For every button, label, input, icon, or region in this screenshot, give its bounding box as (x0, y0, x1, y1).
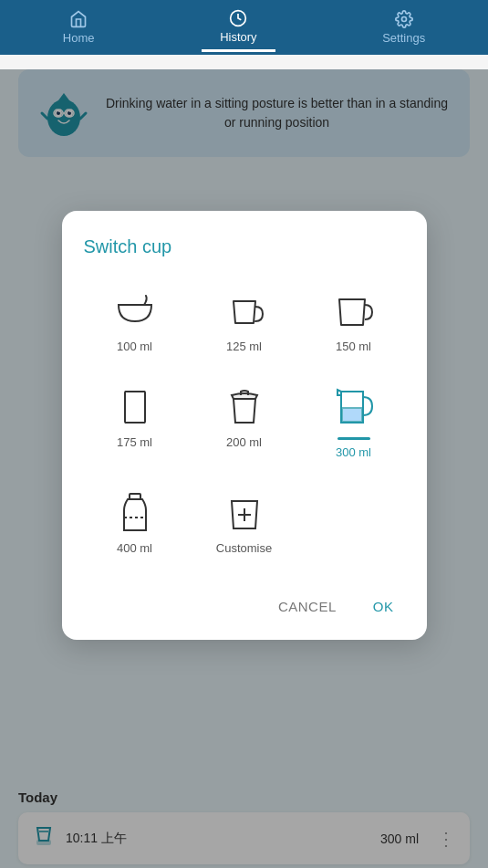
svg-point-1 (401, 17, 406, 22)
cup-item-100ml[interactable]: 100 ml (84, 279, 186, 361)
cup-icon-175ml (111, 382, 159, 430)
selected-indicator (337, 437, 370, 440)
cup-icon-125ml (221, 287, 268, 334)
nav-history[interactable]: History (202, 4, 275, 52)
nav-home-label: Home (63, 31, 95, 45)
svg-rect-15 (125, 392, 145, 423)
nav-home[interactable]: Home (45, 5, 113, 50)
switch-cup-dialog: Switch cup 100 ml (62, 211, 427, 640)
cup-item-300ml[interactable]: 300 ml (303, 375, 405, 466)
ok-button[interactable]: OK (362, 591, 405, 622)
cup-icon-300ml (330, 382, 378, 430)
dialog-actions: CANCEL OK (84, 584, 405, 622)
cup-item-customise[interactable]: Customise (193, 481, 296, 562)
nav-settings-label: Settings (382, 31, 425, 45)
cup-item-200ml[interactable]: 200 ml (193, 375, 296, 466)
background-content: Drinking water in a sitting posture is b… (0, 69, 488, 868)
dialog-title: Switch cup (84, 236, 405, 257)
cup-label-175ml: 175 ml (117, 435, 152, 449)
cup-item-125ml[interactable]: 125 ml (193, 279, 296, 361)
cup-label-customise: Customise (216, 541, 272, 555)
nav-history-label: History (220, 30, 256, 44)
cup-label-100ml: 100 ml (117, 340, 152, 353)
cup-icon-customise (221, 488, 268, 536)
cup-icon-400ml (111, 488, 159, 536)
nav-settings[interactable]: Settings (364, 5, 443, 50)
cup-icon-100ml (111, 287, 159, 334)
cup-item-150ml[interactable]: 150 ml (303, 279, 405, 361)
cup-item-175ml[interactable]: 175 ml (84, 375, 186, 466)
cup-label-125ml: 125 ml (226, 340, 262, 353)
cup-item-400ml[interactable]: 400 ml (84, 481, 186, 562)
nav-bar: Home History Settings (0, 0, 488, 55)
svg-rect-19 (342, 408, 362, 422)
cup-icon-200ml (221, 382, 268, 430)
cup-label-300ml: 300 ml (336, 445, 371, 459)
cancel-button[interactable]: CANCEL (267, 591, 348, 622)
cup-label-200ml: 200 ml (226, 435, 262, 449)
cup-icon-150ml (330, 287, 378, 334)
cup-grid: 100 ml 125 ml (84, 279, 405, 562)
cup-label-400ml: 400 ml (117, 541, 152, 555)
cup-label-150ml: 150 ml (336, 340, 371, 353)
